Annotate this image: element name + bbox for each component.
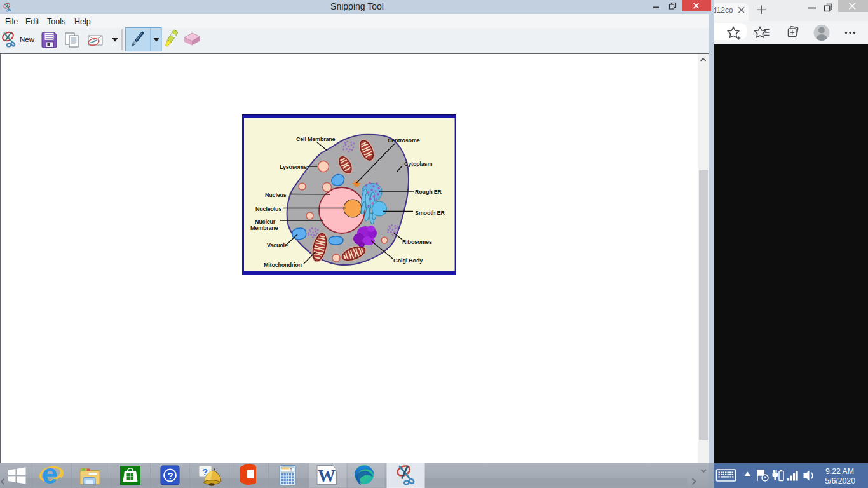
svg-text:Vacuole: Vacuole — [267, 242, 288, 248]
svg-text:Nucleur: Nucleur — [255, 219, 276, 225]
svg-text:9:22 AM: 9:22 AM — [825, 467, 854, 476]
svg-text:Smooth ER: Smooth ER — [415, 210, 445, 216]
svg-text:Membrane: Membrane — [250, 225, 278, 231]
svg-text:Golgi Body: Golgi Body — [393, 257, 423, 264]
svg-text:5/6/2020: 5/6/2020 — [825, 477, 855, 485]
svg-text:Cytoplasm: Cytoplasm — [404, 161, 432, 167]
svg-text:Mitochondrion: Mitochondrion — [264, 262, 302, 268]
svg-text:Nucleus: Nucleus — [265, 192, 287, 198]
svg-text:Centrosome: Centrosome — [388, 137, 420, 144]
svg-text:8: 8 — [290, 468, 292, 472]
svg-text:Ribosomes: Ribosomes — [402, 239, 432, 245]
svg-text:Nucleolus: Nucleolus — [255, 206, 281, 212]
svg-text:Cell Membrane: Cell Membrane — [296, 136, 336, 142]
svg-text:Rough ER: Rough ER — [415, 189, 442, 195]
svg-text:e: e — [42, 463, 57, 488]
svg-text:W: W — [318, 466, 336, 485]
svg-text:Lysosome: Lysosome — [280, 164, 307, 170]
svg-text:?: ? — [168, 470, 173, 481]
